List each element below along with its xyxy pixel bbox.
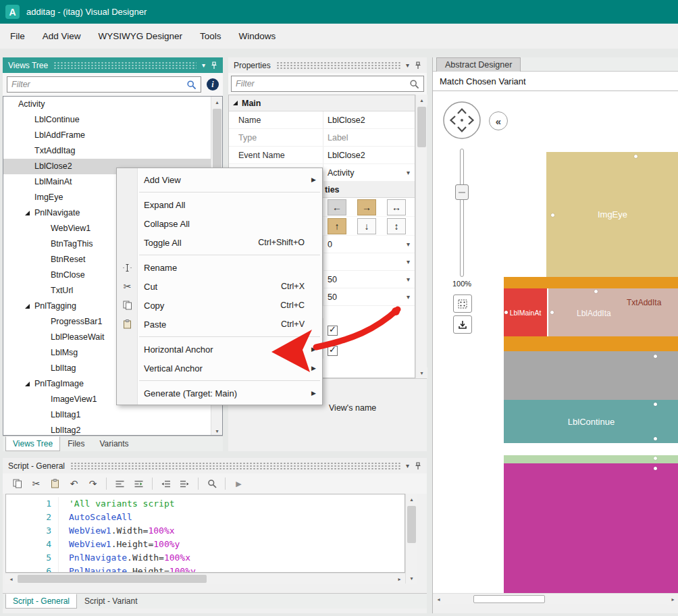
paste-icon[interactable] <box>47 476 63 492</box>
prop-row-name[interactable]: NameLblClose2 <box>229 111 415 129</box>
tab-files[interactable]: Files <box>60 436 92 451</box>
pan-control[interactable] <box>442 100 482 140</box>
collapse-panel-button[interactable]: « <box>489 111 508 130</box>
scroll-left-icon[interactable]: ◂ <box>5 573 17 584</box>
code-editor[interactable]: 1'All variants script2AutoScaleAll3WebVi… <box>5 494 405 573</box>
scrollbar-thumb[interactable] <box>417 107 426 147</box>
grid-settings-button[interactable] <box>453 294 472 313</box>
anchor-both-vertical-button[interactable]: ↕ <box>387 218 406 234</box>
undo-icon[interactable]: ↶ <box>66 476 82 492</box>
anchor-both-horizontal-button[interactable]: ↔ <box>387 199 406 215</box>
tree-expander-icon[interactable] <box>25 211 34 215</box>
dropdown-arrow-icon[interactable]: ▾ <box>407 293 410 301</box>
comment-icon[interactable] <box>112 476 128 492</box>
checkbox[interactable]: ✓ <box>328 346 338 356</box>
dropdown-arrow-icon[interactable]: ▾ <box>407 240 410 248</box>
context-menu-item-copy[interactable]: CopyCtrl+C <box>117 296 322 315</box>
checkbox[interactable]: ✓ <box>328 326 338 336</box>
scrollbar-thumb[interactable] <box>18 575 207 583</box>
run-icon[interactable]: ▶ <box>231 476 246 492</box>
cut-icon[interactable]: ✂ <box>28 476 44 492</box>
tab-abstract-designer[interactable]: Abstract Designer <box>436 57 521 72</box>
tree-item-lblitag1[interactable]: LblItag1 <box>3 407 222 423</box>
redo-icon[interactable]: ↷ <box>85 476 101 492</box>
anchor-left-button[interactable]: ← <box>328 199 346 215</box>
anchor-right-button[interactable]: → <box>357 199 376 215</box>
menu-item-windows[interactable]: Windows <box>230 24 285 49</box>
pin-icon[interactable] <box>211 61 217 70</box>
context-menu-item-horizontal-anchor[interactable]: Horizontal Anchor▶ <box>117 340 322 359</box>
context-menu-item-vertical-anchor[interactable]: Vertical Anchor▶ <box>117 359 322 378</box>
designer-horizontal-scrollbar[interactable]: ◂ ▸ <box>433 593 678 604</box>
scroll-up-icon[interactable]: ▴ <box>406 494 417 505</box>
dropdown-arrow-icon[interactable]: ▾ <box>407 276 410 283</box>
scroll-right-icon[interactable]: ▸ <box>667 594 678 605</box>
search-icon[interactable] <box>204 476 219 492</box>
scroll-up-icon[interactable]: ▴ <box>211 97 223 107</box>
tree-item-lblitag2[interactable]: LblItag2 <box>3 423 222 436</box>
section-expander-icon[interactable] <box>233 101 238 105</box>
copy-icon[interactable] <box>9 476 25 492</box>
context-menu-item-expand-all[interactable]: Expand All <box>117 195 322 214</box>
search-icon[interactable] <box>186 80 197 90</box>
chevron-down-icon[interactable]: ▾ <box>406 463 409 469</box>
prop-row-event-name[interactable]: Event NameLblClose2 <box>229 147 415 164</box>
dropdown-arrow-icon[interactable]: ▾ <box>407 169 410 176</box>
scroll-left-icon[interactable]: ◂ <box>433 594 444 605</box>
prop-row-type[interactable]: TypeLabel <box>229 129 415 147</box>
import-layout-button[interactable] <box>453 315 472 334</box>
anchor-top-button[interactable]: ↑ <box>328 218 346 234</box>
editor-vertical-scrollbar[interactable]: ▴ ▾ <box>405 494 417 584</box>
context-menu-item-collapse-all[interactable]: Collapse All <box>117 214 322 233</box>
anchor-bottom-button[interactable]: ↓ <box>357 218 376 234</box>
scrollbar-thumb[interactable] <box>473 595 545 603</box>
scroll-down-icon[interactable]: ▾ <box>416 367 427 378</box>
properties-scrollbar[interactable]: ▴ ▾ <box>415 95 427 378</box>
designer-canvas[interactable]: « 100% ImgEyeLblMainAtLblAddItaTxtAddIta… <box>433 91 678 593</box>
indent-icon[interactable] <box>177 476 192 492</box>
block-txtadditag[interactable]: LblAddItaTxtAddIta <box>548 288 678 336</box>
pin-icon[interactable] <box>415 61 421 70</box>
tab-variants[interactable]: Variants <box>92 436 136 451</box>
menu-item-file[interactable]: File <box>1 24 34 49</box>
block-panel-gray[interactable] <box>504 351 678 400</box>
outdent-icon[interactable] <box>158 476 174 492</box>
info-icon[interactable]: i <box>207 78 219 91</box>
chevron-down-icon[interactable]: ▾ <box>202 62 205 69</box>
context-menu-item-add-view[interactable]: Add View▶ <box>117 170 322 189</box>
tree-item-activity[interactable]: Activity <box>3 97 222 112</box>
tab-script-variant[interactable]: Script - Variant <box>77 594 145 609</box>
block-imgeye[interactable]: ImgEye <box>546 152 678 277</box>
block-lblmainat[interactable]: LblMainAt <box>504 288 547 336</box>
context-menu-item-generate-target-main[interactable]: Generate (Target: Main)▶ <box>117 384 322 403</box>
tab-script-general[interactable]: Script - General <box>5 594 77 609</box>
tab-views-tree[interactable]: Views Tree <box>5 436 60 451</box>
tree-item-lbladdframe[interactable]: LblAddFrame <box>3 128 222 143</box>
menu-item-add-view[interactable]: Add View <box>34 24 90 49</box>
menu-item-tools[interactable]: Tools <box>191 24 230 49</box>
block-lblcontinue[interactable]: LblContinue <box>504 400 678 443</box>
editor-horizontal-scrollbar[interactable]: ◂ ▸ <box>5 573 405 584</box>
block-panel-magenta[interactable] <box>504 463 678 593</box>
tree-item-lblcontinue[interactable]: LblContinue <box>3 112 222 128</box>
scroll-down-icon[interactable]: ▾ <box>406 573 417 584</box>
views-filter-input[interactable] <box>11 80 186 89</box>
context-menu-item-paste[interactable]: PasteCtrl+V <box>117 315 322 334</box>
context-menu-item-toggle-all[interactable]: Toggle AllCtrl+Shift+O <box>117 233 322 252</box>
block-strip-green[interactable] <box>504 455 678 463</box>
chevron-down-icon[interactable]: ▾ <box>406 62 409 69</box>
uncomment-icon[interactable] <box>131 476 147 492</box>
context-menu-item-rename[interactable]: Rename <box>117 258 322 277</box>
zoom-slider-thumb[interactable] <box>455 184 469 200</box>
scroll-down-icon[interactable]: ▾ <box>211 426 223 436</box>
context-menu-item-cut[interactable]: ✂CutCtrl+X <box>117 277 322 296</box>
zoom-slider-track[interactable] <box>460 149 464 277</box>
section-main[interactable]: Main <box>229 95 415 111</box>
tree-item-txtadditag[interactable]: TxtAddItag <box>3 143 222 159</box>
scrollbar-thumb[interactable] <box>407 506 416 543</box>
scroll-up-icon[interactable]: ▴ <box>416 95 427 105</box>
properties-filter-input[interactable] <box>236 79 409 88</box>
pin-icon[interactable] <box>415 462 421 470</box>
scroll-right-icon[interactable]: ▸ <box>394 573 405 584</box>
block-strip-mid-orange[interactable] <box>504 336 678 351</box>
